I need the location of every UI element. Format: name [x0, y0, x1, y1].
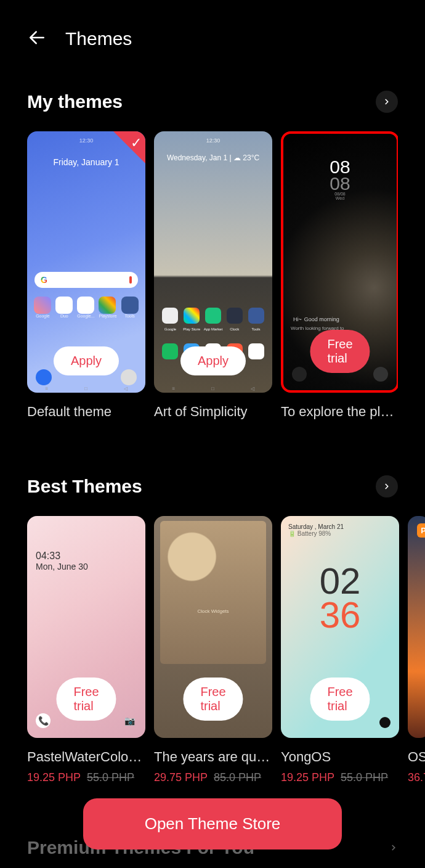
preview-min: 08 — [283, 175, 397, 192]
apply-button[interactable]: Apply — [54, 346, 119, 375]
preview-hour: 08 — [283, 158, 397, 175]
theme-old-price: 85.0 PHP — [214, 771, 261, 784]
my-themes-heading: My themes — [27, 91, 123, 112]
best-themes-section: Best Themes 04:33 Mon, June 30 📞 📷 Free … — [0, 475, 425, 784]
theme-preview-planet: 08 08 08/08 Wed Hi~Good morning Worth lo… — [281, 131, 398, 393]
chevron-right-icon — [382, 482, 391, 491]
theme-price: 29.75 PHP — [154, 771, 208, 784]
preview-time: 12:30 — [27, 137, 145, 144]
best-themes-heading: Best Themes — [27, 476, 142, 497]
arrow-left-icon — [27, 28, 47, 47]
theme-card[interactable]: 04:33 Mon, June 30 📞 📷 Free trial Pastel… — [27, 516, 145, 784]
theme-card[interactable]: Clock Widgets Free trial The years are q… — [154, 516, 272, 784]
chevron-right-icon — [389, 843, 398, 852]
theme-old-price: 55.0 PHP — [341, 771, 388, 784]
preview-time: 12:30 — [154, 137, 272, 144]
best-themes-more-button[interactable] — [376, 475, 398, 497]
theme-preview-art: 12:30 Wednesday, Jan 1 | ☁ 23°C Google P… — [154, 131, 272, 393]
chevron-right-icon — [382, 97, 391, 106]
page-title: Themes — [65, 28, 132, 49]
preview-search: G — [34, 272, 138, 288]
mic-icon — [129, 276, 132, 284]
theme-card[interactable]: 12:30 Wednesday, Jan 1 | ☁ 23°C Google P… — [154, 131, 272, 420]
theme-preview-years: Clock Widgets Free trial — [154, 516, 272, 738]
theme-title: The years are qu… — [154, 749, 272, 765]
theme-title: OS — [408, 749, 425, 765]
premium-badge: P — [417, 523, 425, 538]
free-trial-button[interactable]: Free trial — [310, 330, 370, 373]
theme-price: 36.7 — [408, 771, 425, 784]
preview-time: 04:33 — [36, 551, 137, 562]
theme-card[interactable]: Saturday , March 21 🔋 Battery 98% 0236 F… — [281, 516, 399, 784]
theme-preview-os: P — [408, 516, 425, 738]
theme-preview-yong: Saturday , March 21 🔋 Battery 98% 0236 F… — [281, 516, 399, 738]
free-trial-button[interactable]: Free trial — [56, 678, 116, 721]
theme-price: 19.25 PHP — [281, 771, 334, 784]
free-trial-button[interactable]: Free trial — [183, 678, 243, 721]
my-themes-section: My themes ✓ 12:30 Friday, January 1 G Go… — [0, 91, 425, 420]
theme-title: Art of Simplicity — [154, 404, 272, 420]
theme-old-price: 55.0 PHP — [87, 771, 134, 784]
theme-title: PastelWaterColo… — [27, 749, 145, 765]
phone-icon: 📞 — [36, 713, 51, 728]
theme-preview-pastel: 04:33 Mon, June 30 📞 📷 Free trial — [27, 516, 145, 738]
theme-title: Default theme — [27, 404, 145, 420]
theme-title: YongOS — [281, 749, 399, 765]
theme-card[interactable]: P OS 36.7 — [408, 516, 425, 784]
theme-preview-default: ✓ 12:30 Friday, January 1 G Google Duo G… — [27, 131, 145, 393]
my-themes-more-button[interactable] — [376, 91, 398, 113]
preview-day: Saturday , March 21 — [288, 523, 392, 530]
open-theme-store-button[interactable]: Open Theme Store — [83, 798, 342, 850]
theme-card[interactable]: 08 08 08/08 Wed Hi~Good morning Worth lo… — [281, 131, 398, 420]
preview-date: Mon, June 30 — [36, 562, 137, 571]
free-trial-button[interactable]: Free trial — [310, 678, 370, 721]
back-button[interactable] — [27, 28, 47, 50]
camera-icon — [121, 369, 137, 385]
theme-price: 19.25 PHP — [27, 771, 81, 784]
theme-title: To explore the pl… — [281, 404, 398, 420]
apply-button[interactable]: Apply — [180, 346, 246, 375]
camera-icon: 📷 — [122, 713, 137, 728]
theme-card[interactable]: ✓ 12:30 Friday, January 1 G Google Duo G… — [27, 131, 145, 420]
dot-icon — [379, 717, 391, 728]
google-logo-icon: G — [41, 275, 47, 285]
phone-icon — [36, 369, 52, 385]
page-header: Themes — [0, 0, 425, 60]
